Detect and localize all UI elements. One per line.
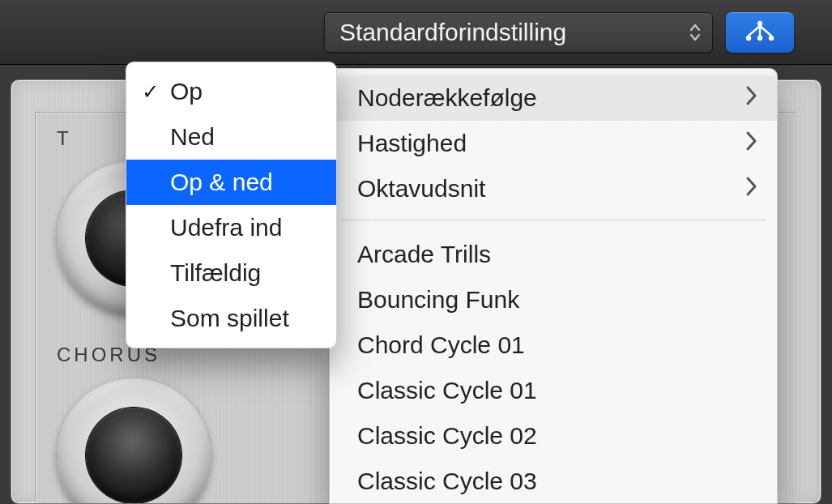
menu-item-label: Noderækkefølge xyxy=(357,84,537,112)
preset-item[interactable]: Chord Cycle 01 xyxy=(330,322,777,368)
preset-item[interactable]: Arcade Trills xyxy=(330,232,777,277)
check-icon: ✓ xyxy=(139,79,162,105)
note-order-submenu: ✓OpNedOp & nedUdefra indTilfældigSom spi… xyxy=(126,62,337,348)
preset-item[interactable]: Bouncing Funk xyxy=(330,277,777,322)
arpeggiator-button[interactable] xyxy=(726,12,794,53)
submenu-item-label: Op & ned xyxy=(170,169,273,196)
chevron-right-icon xyxy=(745,130,757,157)
preset-item[interactable]: Classic Cycle 01 xyxy=(330,368,777,413)
submenu-item[interactable]: Tilfældig xyxy=(126,250,336,296)
toolbar: Standardforindstilling xyxy=(0,0,832,65)
menu-item-hastighed[interactable]: Hastighed xyxy=(330,121,777,166)
preset-item[interactable]: Classic Cycle 02 xyxy=(330,413,777,459)
section-label-top: T xyxy=(57,127,72,150)
menu-item-label: Hastighed xyxy=(357,130,467,157)
submenu-item-label: Tilfældig xyxy=(170,259,261,287)
menu-item-oktavudsnit[interactable]: Oktavudsnit xyxy=(330,166,777,211)
submenu-item[interactable]: Op & ned xyxy=(126,160,336,205)
preset-item-label: Arcade Trills xyxy=(357,241,491,268)
menu-divider xyxy=(341,220,766,220)
preset-item-label: Classic Cycle 02 xyxy=(357,422,537,450)
submenu-item-label: Op xyxy=(170,78,203,105)
preset-select[interactable]: Standardforindstilling xyxy=(324,12,713,53)
submenu-item[interactable]: Udefra ind xyxy=(126,205,336,250)
knob-chorus[interactable] xyxy=(57,378,211,504)
arpeggiator-icon xyxy=(741,19,779,46)
chevron-right-icon xyxy=(745,175,757,203)
menu-item-label: Oktavudsnit xyxy=(357,175,485,203)
preset-item-label: Classic Cycle 01 xyxy=(357,377,537,404)
menu-item-noderækkefølge[interactable]: Noderækkefølge xyxy=(330,75,777,121)
submenu-item[interactable]: ✓Op xyxy=(126,69,336,114)
preset-dropdown-menu: NoderækkefølgeHastighedOktavudsnit Arcad… xyxy=(329,68,778,504)
submenu-item-label: Ned xyxy=(170,123,215,151)
updown-caret-icon xyxy=(689,23,701,41)
submenu-item[interactable]: Som spillet xyxy=(126,296,336,341)
submenu-item-label: Som spillet xyxy=(170,305,289,332)
preset-item-label: Classic Cycle 03 xyxy=(357,468,537,495)
submenu-item[interactable]: Ned xyxy=(126,114,336,160)
submenu-item-label: Udefra ind xyxy=(170,214,282,241)
preset-select-label: Standardforindstilling xyxy=(339,19,566,46)
preset-item-label: Bouncing Funk xyxy=(357,286,519,314)
preset-item-label: Chord Cycle 01 xyxy=(357,331,525,359)
preset-item[interactable]: Classic Cycle 03 xyxy=(330,459,777,504)
chevron-right-icon xyxy=(745,84,757,112)
